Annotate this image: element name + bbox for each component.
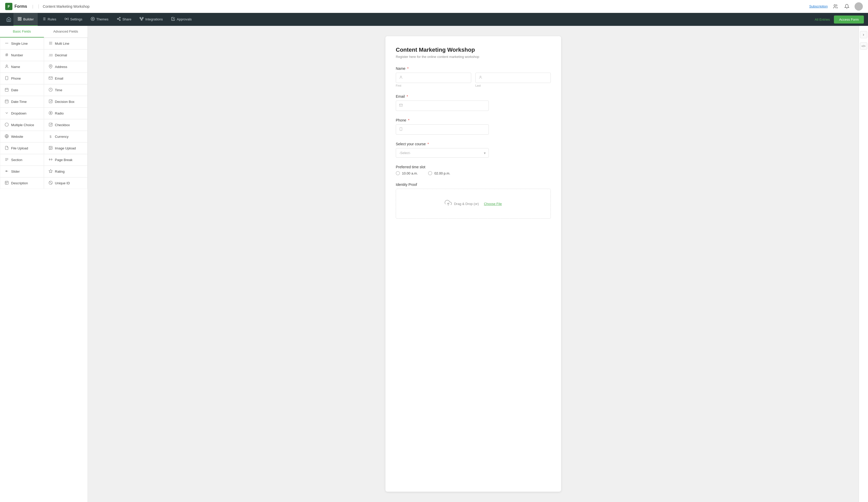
choose-file-link[interactable]: Choose File <box>484 202 502 206</box>
field-dropdown[interactable]: Dropdown <box>0 108 44 119</box>
field-multi-line[interactable]: Multi Line <box>44 38 88 49</box>
nav-item-themes[interactable]: Themes <box>86 13 113 26</box>
svg-point-64 <box>400 76 402 77</box>
field-page-break[interactable]: Page Break <box>44 154 88 166</box>
phone-field-icon <box>4 76 9 81</box>
subscription-link[interactable]: Subscription <box>809 4 828 8</box>
nav-item-settings[interactable]: Settings <box>61 13 86 26</box>
field-name[interactable]: Name <box>0 61 44 73</box>
code-button[interactable]: </> <box>860 42 867 50</box>
field-website[interactable]: Website <box>0 131 44 142</box>
page-break-icon <box>48 158 53 162</box>
svg-line-17 <box>118 19 119 20</box>
person-icon-first <box>399 76 403 80</box>
field-section[interactable]: Section <box>0 154 44 166</box>
phone-label: Phone * <box>396 118 551 122</box>
page-title: Content Marketing Workshop <box>39 4 90 9</box>
decision-box-icon <box>48 99 53 104</box>
nav-label-approvals: Approvals <box>177 17 192 21</box>
email-icon <box>399 103 403 108</box>
app-name: Forms <box>14 4 27 9</box>
svg-rect-39 <box>5 100 8 103</box>
radio-icon <box>48 111 53 116</box>
field-slider[interactable]: Slider <box>0 166 44 177</box>
svg-rect-2 <box>20 17 21 19</box>
app-logo-icon: F <box>5 3 12 10</box>
nav-item-approvals[interactable]: Approvals <box>167 13 196 26</box>
radio-option-1[interactable]: 10.00 a.m. <box>396 171 418 175</box>
nav-label-share: Share <box>123 17 132 21</box>
field-datetime[interactable]: Date-Time <box>0 96 44 108</box>
email-input[interactable] <box>396 101 489 111</box>
bell-icon[interactable] <box>843 3 850 10</box>
field-unique-id[interactable]: Unique ID <box>44 177 88 189</box>
svg-line-18 <box>118 18 119 19</box>
field-multiple-choice[interactable]: Multiple Choice <box>0 119 44 131</box>
nav-home-icon[interactable] <box>4 15 13 24</box>
field-radio[interactable]: Radio <box>44 108 88 119</box>
field-time[interactable]: Time <box>44 84 88 96</box>
nav-item-share[interactable]: Share <box>113 13 136 26</box>
access-form-button[interactable]: Access Form <box>834 16 864 23</box>
svg-rect-21 <box>141 19 142 20</box>
tab-basic-fields[interactable]: Basic Fields <box>0 26 44 38</box>
svg-point-30 <box>6 65 7 66</box>
nav-bar: Builder Rules Settings Themes Share Inte… <box>0 13 868 26</box>
svg-rect-4 <box>20 19 21 20</box>
form-preview: Content Marketing Workshop Register here… <box>385 36 561 492</box>
field-currency[interactable]: $ Currency <box>44 131 88 142</box>
nav-label-builder: Builder <box>23 17 34 21</box>
form-field-name: Name * First <box>396 67 551 87</box>
svg-point-31 <box>50 66 51 67</box>
nav-item-builder[interactable]: Builder <box>13 13 38 26</box>
svg-line-29 <box>7 53 7 56</box>
nav-item-integrations[interactable]: Integrations <box>135 13 167 26</box>
field-decimal[interactable]: .00 Decimal <box>44 49 88 61</box>
form-field-email: Email * <box>396 94 551 111</box>
fields-grid: Single Line Multi Line Number .00 Decima… <box>0 38 87 189</box>
field-description[interactable]: Description <box>0 177 44 189</box>
svg-point-11 <box>66 18 67 19</box>
field-phone[interactable]: Phone <box>0 73 44 84</box>
time-slot-label: Preferred time slot <box>396 165 551 169</box>
user-avatar[interactable] <box>855 2 863 11</box>
field-image-upload[interactable]: Image Upload <box>44 142 88 154</box>
field-email[interactable]: Email <box>44 73 88 84</box>
field-decision-box[interactable]: Decision Box <box>44 96 88 108</box>
field-number[interactable]: Number <box>0 49 44 61</box>
course-select[interactable]: -Select- <box>396 148 489 158</box>
svg-point-16 <box>119 19 121 20</box>
number-icon <box>4 53 9 58</box>
tab-advanced-fields[interactable]: Advanced Fields <box>44 26 88 38</box>
svg-line-28 <box>6 53 6 56</box>
settings-icon <box>65 17 69 22</box>
field-address[interactable]: Address <box>44 61 88 73</box>
address-icon <box>48 64 53 69</box>
last-name-input[interactable] <box>475 73 551 83</box>
field-file-upload[interactable]: File Upload <box>0 142 44 154</box>
decimal-icon: .00 <box>48 53 53 57</box>
svg-point-0 <box>834 4 836 6</box>
multiple-choice-icon <box>4 122 9 128</box>
section-icon <box>4 158 9 162</box>
course-select-wrap: -Select- ▾ <box>396 148 489 158</box>
nav-label-themes: Themes <box>96 17 108 21</box>
first-name-sublabel: First <box>396 84 471 87</box>
field-checkbox[interactable]: Checkbox <box>44 119 88 131</box>
radio-option-2[interactable]: 02.00 p.m. <box>428 171 450 175</box>
field-single-line[interactable]: Single Line <box>0 38 44 49</box>
field-rating[interactable]: Rating <box>44 166 88 177</box>
first-name-input[interactable] <box>396 73 471 83</box>
team-icon[interactable] <box>832 3 839 10</box>
side-expand-panel: › </> <box>859 26 868 502</box>
themes-icon <box>91 17 95 22</box>
expand-button[interactable]: › <box>860 31 867 38</box>
last-name-wrap: Last <box>475 73 551 87</box>
field-date[interactable]: Date <box>0 84 44 96</box>
phone-input[interactable] <box>396 124 489 135</box>
upload-area[interactable]: Drag & Drop (or) Choose File <box>396 189 551 219</box>
unique-id-icon <box>48 181 53 185</box>
all-entries-link[interactable]: All Entries <box>815 18 830 21</box>
svg-point-45 <box>50 112 51 113</box>
nav-item-rules[interactable]: Rules <box>38 13 60 26</box>
